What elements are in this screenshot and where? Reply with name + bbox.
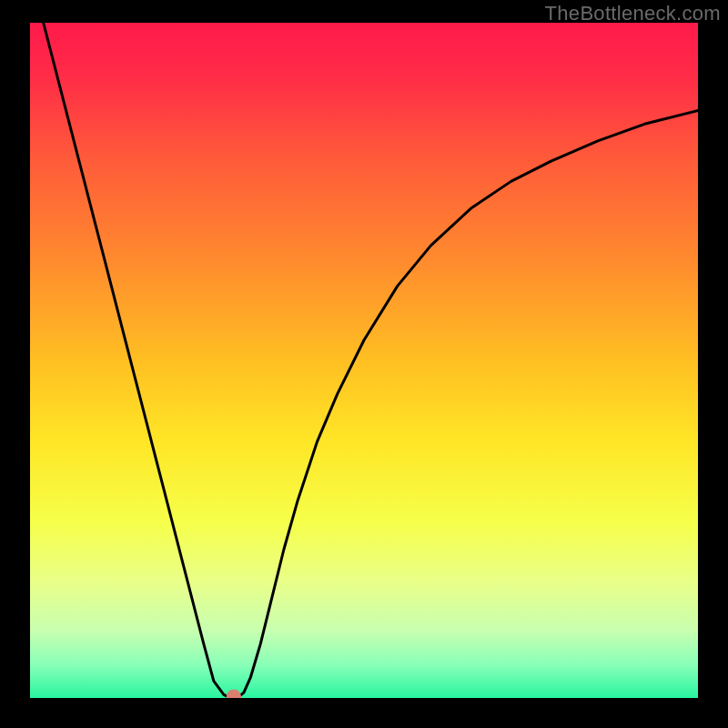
plot-area	[30, 23, 698, 698]
chart-svg	[30, 23, 698, 698]
chart-frame: TheBottleneck.com	[0, 0, 728, 728]
watermark-text: TheBottleneck.com	[545, 2, 721, 25]
